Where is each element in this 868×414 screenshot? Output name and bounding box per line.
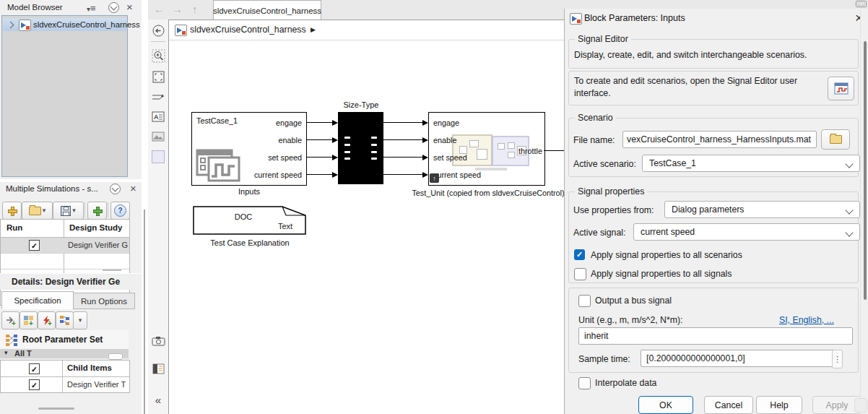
file-name-input[interactable]: vexCruiseControl_harness_HarnessInputs.m… [622, 131, 817, 148]
scenario-group-label: Scenario [575, 113, 616, 123]
fit-to-view-icon[interactable] [151, 69, 165, 84]
root-parameter-row[interactable]: Root Parameter Set [0, 330, 129, 350]
tree-item-label[interactable]: sldvexCruiseControl_harness [33, 20, 140, 29]
multiple-simulations-panel: Multiple Simulations - s... × ▾ ▾ ? Run … [0, 182, 142, 414]
splitter-handle[interactable] [103, 269, 121, 271]
add-design-study-button[interactable] [87, 202, 107, 220]
dialog-scrollbar-thumb[interactable] [864, 41, 867, 300]
wire-current-speed-1[interactable] [306, 174, 333, 175]
open-button[interactable]: ▾ [22, 202, 53, 220]
collapsed-row-label: All T [14, 349, 32, 358]
output-bus-checkbox[interactable] [578, 295, 591, 307]
editor-tab[interactable]: sldvexCruiseControl_harness [213, 0, 321, 20]
wire-throttle[interactable] [544, 150, 564, 151]
view-mode-dropdown[interactable]: ▾ [73, 311, 87, 329]
collapse-palette-icon[interactable]: « [151, 392, 165, 407]
forward-icon[interactable]: → [172, 4, 183, 14]
apply-all-signals-checkbox[interactable] [574, 268, 586, 280]
unit-link[interactable]: SI, English, ... [779, 315, 834, 325]
collapsed-row-handle[interactable] [108, 353, 123, 360]
apply-all-signals-label[interactable]: Apply signal properties to all signals [591, 269, 732, 279]
tab-run-options[interactable]: Run Options [73, 293, 135, 309]
size-type-block[interactable] [338, 112, 383, 184]
horizontal-scrollbar[interactable] [38, 407, 74, 410]
design-study-cell[interactable]: Design Verifier G [68, 241, 129, 249]
wire-enable-1[interactable] [306, 139, 333, 140]
sample-time-kebab-button[interactable]: ⋮ [832, 350, 843, 368]
model-browser-close-icon[interactable]: × [126, 1, 133, 12]
tree-expand-icon[interactable] [7, 22, 14, 29]
breadcrumb[interactable]: sldvexCruiseControl_harness [190, 25, 306, 35]
tree-row-harness[interactable]: sldvexCruiseControl_harness [3, 18, 126, 31]
add-fault-button[interactable]: + [38, 311, 56, 329]
interpolate-label[interactable]: Interpolate data [595, 378, 656, 388]
child-items-checkbox[interactable]: ✓ [29, 363, 40, 374]
keyboard-icon[interactable] [856, 1, 867, 7]
svg-text:A: A [154, 113, 159, 121]
wire-engage-2[interactable] [383, 122, 422, 123]
area-box-icon[interactable] [151, 150, 165, 164]
annotation-icon[interactable]: A [151, 109, 165, 124]
help-button-panel[interactable]: ? [110, 202, 130, 220]
zoom-icon[interactable] [151, 48, 165, 63]
ok-label: OK [659, 400, 672, 410]
wire-current-speed-2[interactable] [383, 174, 422, 175]
arrowhead [332, 137, 338, 143]
harness-badge[interactable]: ↑ [430, 173, 439, 183]
interpolate-checkbox[interactable] [578, 377, 591, 389]
model-browser-panel: Model Browser ▾≡ × sldvexCruiseControl_h… [0, 0, 142, 179]
run-header: Run [6, 223, 22, 232]
dialog-resize-grip[interactable] [854, 398, 867, 413]
model-browser-menu-icon[interactable]: ▾≡ [87, 3, 96, 14]
signal-routing-icon[interactable] [151, 90, 165, 105]
active-scenario-select[interactable]: TestCase_1 [642, 155, 860, 172]
sample-time-input[interactable]: [0.2000000000000001,0] [641, 350, 841, 367]
panel-vertical-scrollbar[interactable] [144, 210, 145, 414]
wire-set-speed-1[interactable] [306, 157, 333, 158]
wire-enable-2[interactable] [383, 139, 422, 140]
breadcrumb-caret-icon[interactable]: ▶ [311, 26, 316, 33]
test-unit-block[interactable]: engage enable set speed current speed th… [428, 112, 545, 186]
multiple-simulations-minimize-icon[interactable] [110, 184, 121, 194]
design-verifier-checkbox[interactable]: ✓ [29, 379, 40, 390]
run-checkbox[interactable]: ✓ [29, 240, 40, 251]
unit-input[interactable]: inherit [578, 327, 853, 345]
up-icon[interactable]: ↑ [192, 4, 198, 14]
add-simulation-button[interactable] [2, 202, 22, 220]
help-label: Help [770, 400, 788, 410]
toolbar-separator [84, 202, 85, 217]
wire-set-speed-2[interactable] [383, 157, 422, 158]
tab-specification[interactable]: Specification [1, 291, 74, 309]
add-parameter-button[interactable]: + [1, 311, 19, 329]
active-signal-select[interactable]: current speed [633, 223, 860, 241]
simulation-row[interactable]: ✓ Design Verifier G [1, 238, 129, 253]
browse-file-button[interactable] [821, 129, 850, 150]
viewmarks-icon[interactable] [151, 361, 165, 376]
save-button[interactable]: ▾ [53, 202, 84, 220]
signal-editor-description: Display, create, edit, and switch interc… [574, 50, 807, 60]
apply-all-scenarios-checkbox[interactable]: ✓ [574, 249, 585, 260]
help-button[interactable]: Help [756, 396, 802, 414]
multiple-simulations-close-icon[interactable]: × [130, 183, 136, 194]
image-icon[interactable] [151, 129, 165, 144]
back-icon[interactable]: ← [154, 4, 165, 14]
ok-button[interactable]: OK [638, 396, 693, 414]
apply-all-scenarios-label[interactable]: Apply signal properties to all scenarios [591, 250, 742, 260]
wire-engage-1[interactable] [306, 122, 333, 123]
signal-editor-icon [834, 82, 849, 95]
details-title: Details: Design Verifier Ge [12, 277, 120, 287]
use-properties-select[interactable]: Dialog parameters [664, 201, 860, 218]
open-dropdown-icon[interactable]: ▾ [43, 207, 46, 214]
screenshot-icon[interactable] [151, 334, 165, 348]
view-mode-button[interactable] [56, 311, 74, 329]
use-properties-value: Dialog parameters [672, 204, 744, 215]
save-dropdown-icon[interactable]: ▾ [72, 207, 76, 214]
output-bus-label[interactable]: Output a bus signal [595, 296, 672, 306]
cancel-button[interactable]: Cancel [704, 396, 753, 414]
toolbar-separator2 [108, 202, 108, 217]
inputs-block[interactable]: TestCase_1 engage enable set speed curre… [191, 112, 307, 186]
model-browser-minimize-icon[interactable] [108, 2, 119, 13]
add-block-param-button[interactable]: + [19, 311, 38, 329]
open-signal-editor-button[interactable] [828, 77, 854, 100]
hide-browser-icon[interactable] [151, 23, 165, 38]
